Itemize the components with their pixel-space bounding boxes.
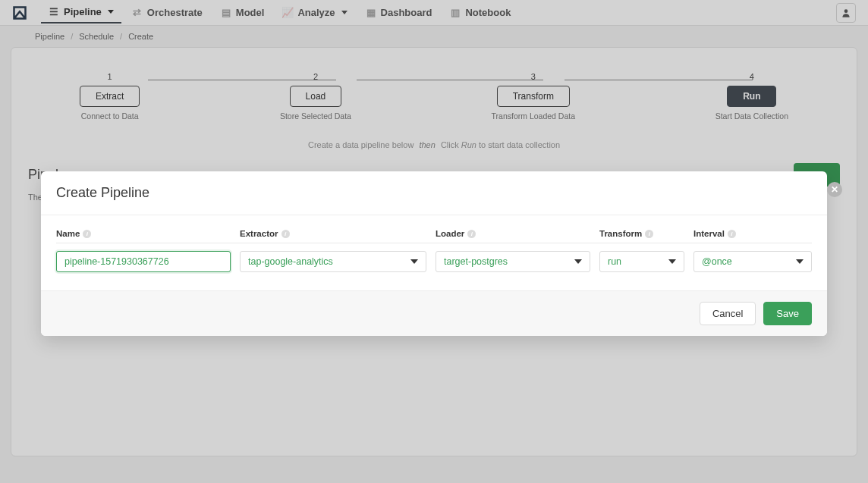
close-icon[interactable]: ✕: [827, 182, 842, 197]
save-button[interactable]: Save: [763, 302, 812, 325]
loader-select[interactable]: target-postgres: [436, 251, 590, 272]
info-icon[interactable]: i: [281, 230, 290, 238]
transform-select[interactable]: run: [599, 251, 684, 272]
info-icon[interactable]: i: [645, 230, 653, 238]
info-icon[interactable]: i: [83, 230, 91, 238]
info-icon[interactable]: i: [467, 230, 476, 238]
chevron-down-icon: [410, 259, 418, 264]
select-value: target-postgres: [444, 256, 508, 267]
loader-label: Loaderi: [436, 229, 590, 238]
extractor-label: Extractori: [240, 229, 426, 238]
cancel-button[interactable]: Cancel: [700, 302, 756, 325]
info-icon[interactable]: i: [728, 230, 736, 238]
chevron-down-icon: [574, 259, 582, 264]
interval-select[interactable]: @once: [693, 251, 812, 272]
create-pipeline-modal: ✕ Create Pipeline Namei Extractori Loade…: [41, 171, 827, 336]
chevron-down-icon: [796, 259, 804, 264]
extractor-select[interactable]: tap-google-analytics: [240, 251, 426, 272]
chevron-down-icon: [668, 259, 676, 264]
name-input[interactable]: [56, 251, 231, 272]
name-label: Namei: [56, 229, 231, 238]
select-value: @once: [702, 256, 732, 267]
modal-overlay[interactable]: ✕ Create Pipeline Namei Extractori Loade…: [0, 0, 868, 483]
select-value: run: [608, 256, 621, 267]
select-value: tap-google-analytics: [248, 256, 333, 267]
modal-title: Create Pipeline: [41, 171, 827, 215]
interval-label: Intervali: [693, 229, 812, 238]
transform-label: Transformi: [599, 229, 684, 238]
